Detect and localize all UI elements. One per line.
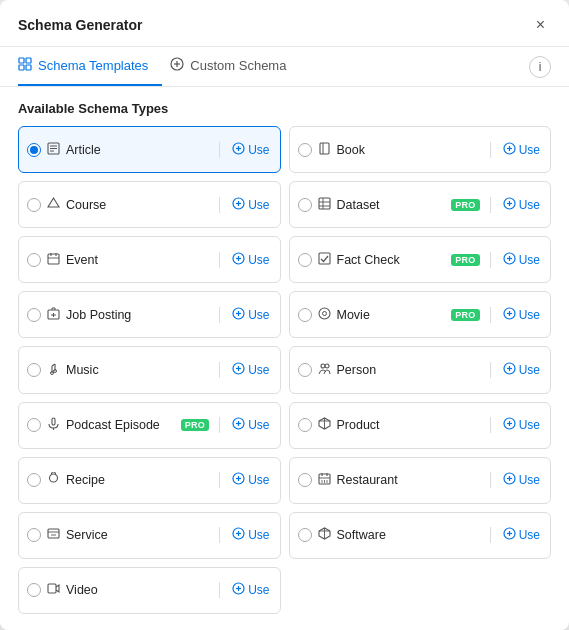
plus-circle-icon bbox=[232, 307, 245, 323]
close-button[interactable]: × bbox=[530, 14, 551, 36]
schema-item-article[interactable]: ArticleUse bbox=[18, 126, 281, 173]
schema-item-recipe[interactable]: RecipeUse bbox=[18, 457, 281, 504]
svg-point-57 bbox=[321, 364, 325, 368]
dialog-title: Schema Generator bbox=[18, 17, 143, 33]
plus-circle-icon bbox=[503, 472, 516, 488]
schema-item-video[interactable]: VideoUse bbox=[18, 567, 281, 614]
service-use-button[interactable]: Use bbox=[230, 527, 271, 543]
divider bbox=[219, 307, 220, 323]
dataset-pro-badge: PRO bbox=[451, 199, 479, 211]
schema-grid: ArticleUseBookUseCourseUseDatasetPROUseE… bbox=[0, 126, 569, 630]
divider bbox=[490, 417, 491, 433]
plus-circle-icon bbox=[503, 142, 516, 158]
plus-circle-icon bbox=[232, 252, 245, 268]
radio-dataset bbox=[298, 198, 312, 212]
schema-item-movie[interactable]: MoviePROUse bbox=[289, 291, 552, 338]
plus-circle-icon bbox=[232, 417, 245, 433]
article-use-button[interactable]: Use bbox=[230, 142, 271, 158]
svg-rect-30 bbox=[48, 254, 59, 264]
section-title: Available Schema Types bbox=[0, 87, 569, 126]
plus-circle-icon bbox=[232, 527, 245, 543]
schema-item-job-posting[interactable]: Job PostingUse bbox=[18, 291, 281, 338]
svg-point-48 bbox=[322, 311, 326, 315]
info-button[interactable]: i bbox=[529, 56, 551, 78]
movie-use-button[interactable]: Use bbox=[501, 307, 542, 323]
podcast-episode-pro-badge: PRO bbox=[181, 419, 209, 431]
article-icon bbox=[47, 142, 60, 158]
radio-software bbox=[298, 528, 312, 542]
radio-job-posting bbox=[27, 308, 41, 322]
tab-schema-templates[interactable]: Schema Templates bbox=[18, 47, 162, 86]
recipe-label: Recipe bbox=[66, 473, 209, 487]
person-use-button[interactable]: Use bbox=[501, 362, 542, 378]
radio-recipe bbox=[27, 473, 41, 487]
tab-custom-schema[interactable]: Custom Schema bbox=[170, 47, 300, 86]
fact-check-use-label: Use bbox=[519, 253, 540, 267]
dataset-icon bbox=[318, 197, 331, 213]
svg-rect-0 bbox=[19, 58, 24, 63]
service-use-label: Use bbox=[248, 528, 269, 542]
schema-item-product[interactable]: ProductUse bbox=[289, 402, 552, 449]
divider bbox=[219, 362, 220, 378]
movie-label: Movie bbox=[337, 308, 446, 322]
movie-icon bbox=[318, 307, 331, 323]
podcast-episode-use-button[interactable]: Use bbox=[230, 417, 271, 433]
divider bbox=[490, 142, 491, 158]
recipe-use-button[interactable]: Use bbox=[230, 472, 271, 488]
service-label: Service bbox=[66, 528, 209, 542]
schema-item-service[interactable]: ServiceUse bbox=[18, 512, 281, 559]
schema-item-event[interactable]: EventUse bbox=[18, 236, 281, 283]
tab-custom-schema-label: Custom Schema bbox=[190, 58, 286, 73]
video-icon bbox=[47, 582, 60, 598]
job-posting-use-label: Use bbox=[248, 308, 269, 322]
software-label: Software bbox=[337, 528, 480, 542]
radio-service bbox=[27, 528, 41, 542]
book-use-label: Use bbox=[519, 143, 540, 157]
schema-item-fact-check[interactable]: Fact CheckPROUse bbox=[289, 236, 552, 283]
article-label: Article bbox=[66, 143, 209, 157]
course-label: Course bbox=[66, 198, 209, 212]
schema-item-course[interactable]: CourseUse bbox=[18, 181, 281, 228]
software-use-button[interactable]: Use bbox=[501, 527, 542, 543]
restaurant-use-button[interactable]: Use bbox=[501, 472, 542, 488]
schema-item-software[interactable]: SoftwareUse bbox=[289, 512, 552, 559]
product-label: Product bbox=[337, 418, 480, 432]
schema-item-podcast-episode[interactable]: Podcast EpisodePROUse bbox=[18, 402, 281, 449]
schema-item-book[interactable]: BookUse bbox=[289, 126, 552, 173]
plus-circle-icon bbox=[503, 252, 516, 268]
schema-item-person[interactable]: PersonUse bbox=[289, 346, 552, 393]
svg-rect-14 bbox=[320, 143, 329, 154]
divider bbox=[219, 472, 220, 488]
svg-rect-23 bbox=[319, 198, 330, 209]
schema-item-dataset[interactable]: DatasetPROUse bbox=[289, 181, 552, 228]
divider bbox=[219, 527, 220, 543]
job-posting-use-button[interactable]: Use bbox=[230, 307, 271, 323]
product-use-button[interactable]: Use bbox=[501, 417, 542, 433]
plus-circle-icon bbox=[503, 417, 516, 433]
radio-restaurant bbox=[298, 473, 312, 487]
divider bbox=[490, 197, 491, 213]
restaurant-icon bbox=[318, 472, 331, 488]
schema-item-music[interactable]: MusicUse bbox=[18, 346, 281, 393]
plus-circle-icon bbox=[503, 527, 516, 543]
recipe-icon bbox=[47, 472, 60, 488]
book-icon bbox=[318, 142, 331, 158]
svg-rect-86 bbox=[48, 529, 59, 538]
music-use-button[interactable]: Use bbox=[230, 362, 271, 378]
radio-article bbox=[27, 143, 41, 157]
course-use-button[interactable]: Use bbox=[230, 197, 271, 213]
fact-check-use-button[interactable]: Use bbox=[501, 252, 542, 268]
schema-item-restaurant[interactable]: RestaurantUse bbox=[289, 457, 552, 504]
job-posting-icon bbox=[47, 307, 60, 323]
divider bbox=[490, 472, 491, 488]
divider bbox=[219, 417, 220, 433]
divider bbox=[490, 362, 491, 378]
video-use-button[interactable]: Use bbox=[230, 582, 271, 598]
radio-podcast-episode bbox=[27, 418, 41, 432]
dataset-use-button[interactable]: Use bbox=[501, 197, 542, 213]
event-use-button[interactable]: Use bbox=[230, 252, 271, 268]
book-use-button[interactable]: Use bbox=[501, 142, 542, 158]
svg-rect-3 bbox=[26, 65, 31, 70]
radio-fact-check bbox=[298, 253, 312, 267]
tab-schema-templates-label: Schema Templates bbox=[38, 58, 148, 73]
